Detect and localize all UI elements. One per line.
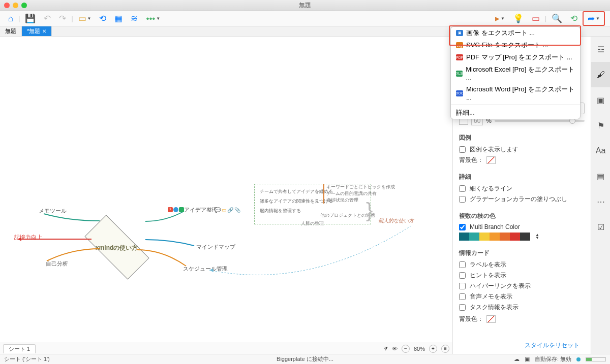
multibranch-checkbox[interactable] [459,224,466,230]
task-icon[interactable]: ☑ [591,214,611,240]
summary-button[interactable]: ≋ [128,12,141,25]
fullscreen-window-button[interactable] [21,3,27,8]
fit-button[interactable]: ≡ [441,345,449,353]
legend-bgcolor[interactable] [486,156,496,164]
main-toolbar: ⌂ | 💾 ↶ ↷ | ▭▼ ⟲ ▦ ≋ •••▼ ▸▼ 💡 ▭ | 🔍 ⟲ ➦… [0,11,610,26]
autosave-status: 自動保存: 無効 [535,355,571,363]
close-tab-icon[interactable]: ✕ [42,28,46,34]
window-title: 無題 [299,1,311,10]
eye-icon[interactable]: 👁 [392,346,398,352]
show-voicememo-checkbox[interactable] [459,293,466,300]
export-image[interactable]: ▣画像 をエクスポート ... [451,27,580,39]
sheet-tab[interactable]: シート 1 [3,344,36,353]
brainstorm-button[interactable]: 💡 [510,12,527,25]
boundary-button[interactable]: ▦ [111,12,126,25]
save-button[interactable]: 💾 [22,12,39,25]
central-topic[interactable]: xmindの使い方 [86,232,147,262]
cloud-icon[interactable]: ☁ [514,356,520,362]
gantt-button[interactable]: ▭ [529,12,543,25]
topic-button[interactable]: ▭▼ [75,12,95,25]
zoom-in-button[interactable]: + [429,345,437,353]
relationship-button[interactable]: ⟲ [96,12,109,25]
undo-button[interactable]: ↶ [41,12,54,25]
gradient-fill-checkbox[interactable] [459,196,466,203]
export-word[interactable]: DOCMicrosoft Word [Pro] をエクスポート ... [451,83,580,103]
close-window-button[interactable] [4,3,10,8]
topic-idea[interactable]: アイデア整理 [184,206,218,214]
format-icon[interactable]: 🖌 [591,62,611,87]
outline-icon[interactable]: ☲ [591,37,611,62]
memory-bar [586,357,606,361]
reset-style-link[interactable]: スタイルをリセット [525,341,580,350]
export-more[interactable]: 詳細... [451,107,580,119]
export-excel[interactable]: XLSMicrosoft Excel [Pro] をエクスポート ... [451,63,580,83]
home-button[interactable]: ⌂ [5,13,16,25]
thin-line-checkbox[interactable] [459,185,466,192]
infocard-heading: 情報カード [459,249,585,257]
topic-memo[interactable]: メモツール [39,207,67,215]
show-legend-checkbox[interactable] [459,146,466,153]
infocard-bgcolor[interactable] [486,315,496,323]
status-center: Biggerplate に接続中... [277,355,333,363]
status-bar: シート ('シート 1') Biggerplate に接続中... ☁ ▣ 自動… [0,354,610,364]
topic-mind[interactable]: マインドマップ [196,243,235,251]
notes-icon[interactable]: ▤ [591,163,611,189]
filter-icon[interactable]: ⧩ [383,345,388,352]
tab-untitled-active[interactable]: *無題 ✕ [22,26,52,36]
opacity-slider[interactable] [495,120,585,122]
mindmap-canvas[interactable]: xmindの使い方 メモツール 記憶力向上 自己分析 アイデア整理 1 💬▭🔗📎… [0,37,452,343]
right-icon-bar: ☲ 🖌 ▣ ⚑ Aa ▤ ⋯ ☑ [591,37,610,354]
topic-memory[interactable]: 記憶力向上 [14,234,42,241]
show-label-checkbox[interactable] [459,261,466,268]
export-pdf[interactable]: PDFPDF マップ [Pro] をエクスポート ... [451,51,580,63]
multibranch-heading: 複数の枝の色 [459,212,585,220]
show-hint-checkbox[interactable] [459,272,466,279]
topic-attachments: 💬▭🔗📎 [215,207,240,213]
text-style-icon[interactable]: Aa [591,138,611,163]
color-palette[interactable] [459,233,530,241]
zoom-out-button[interactable]: − [402,345,410,353]
sync-icon[interactable]: ▣ [525,356,530,362]
topic-sched[interactable]: スケジュール管理 [183,265,228,273]
redo-button[interactable]: ↷ [56,12,69,25]
callout[interactable]: 個人的な使い方 [378,217,414,224]
minimize-window-button[interactable] [13,3,18,8]
status-left: シート ('シート 1') [4,355,50,363]
marker-icon[interactable]: ⚑ [591,113,611,138]
show-taskinfo-checkbox[interactable] [459,304,466,311]
comments-icon[interactable]: ⋯ [591,189,611,214]
topic-self[interactable]: 自己分析 [46,260,68,268]
show-hyperlink-checkbox[interactable] [459,283,466,289]
image-icon[interactable]: ▣ [591,87,611,113]
sheet-bar: シート 1 ⧩ 👁 − 80% + ≡ [0,343,452,354]
topic-markers: 1 [168,207,184,212]
legend-heading: 図例 [459,134,585,142]
share-button[interactable]: ⟲ [567,12,581,25]
tab-untitled[interactable]: 無題 [0,26,22,36]
status-dot [576,357,581,361]
zoom-value: 80% [414,346,425,352]
summary-brace: } [366,199,373,222]
search-button[interactable]: 🔍 [548,12,565,25]
presentation-button[interactable]: ▸▼ [492,12,508,25]
export-button[interactable]: ➦▼ [585,12,603,25]
detail-heading: 詳細 [459,173,585,181]
export-menu: ▣画像 をエクスポート ... svgSVG File をエクスポート ... … [450,26,581,119]
more-button[interactable]: •••▼ [143,13,163,25]
export-svg[interactable]: svgSVG File をエクスポート ... [451,39,580,51]
